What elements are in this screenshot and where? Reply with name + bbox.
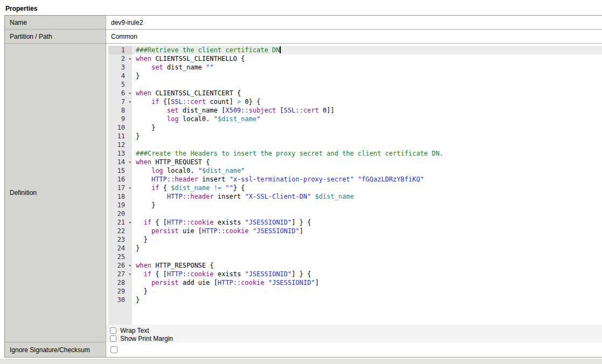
line-number: 4 [108, 72, 132, 80]
code-text[interactable]: } [132, 296, 602, 304]
fold-arrow-icon[interactable]: ▾ [129, 219, 132, 226]
code-text[interactable] [132, 141, 602, 149]
fold-arrow-icon[interactable]: ▾ [129, 98, 132, 106]
ignore-signature-checkbox[interactable] [110, 346, 117, 353]
fold-arrow-icon[interactable]: ▾ [129, 55, 132, 62]
code-line[interactable]: 11} [108, 132, 602, 141]
code-line[interactable]: 14▾when HTTP_REQUEST { [108, 158, 602, 166]
code-line[interactable]: 28 persist add uie [HTTP::cookie "JSESSI… [108, 278, 602, 287]
code-line[interactable]: 13###Create the Headers to insert the pr… [108, 149, 602, 158]
line-number: 29 [108, 287, 132, 296]
line-number: 10 [108, 123, 132, 132]
line-number: 22 [108, 227, 132, 235]
code-text[interactable] [132, 209, 602, 218]
line-number: 30 [108, 296, 132, 304]
fold-arrow-icon[interactable]: ▾ [129, 262, 132, 269]
code-text[interactable]: HTTP::header insert "X-SSL-Client-DN" $d… [132, 192, 602, 201]
line-number: 9 [108, 115, 132, 123]
code-line[interactable]: 3 set dist_name "" [108, 63, 602, 72]
code-line[interactable]: 30} [108, 296, 602, 304]
code-text[interactable]: when HTTP_RESPONSE { [132, 261, 602, 270]
code-line[interactable]: 25 [108, 253, 602, 261]
code-text[interactable]: log local0. "$dist_name" [132, 115, 602, 123]
code-line[interactable]: 2▾when CLIENTSSL_CLIENTHELLO { [108, 54, 602, 63]
code-text[interactable]: if {[SSL::cert count] > 0} { [132, 97, 602, 106]
code-line[interactable]: 10 } [108, 123, 602, 132]
code-line[interactable]: 16 HTTP::header insert "x-ssl-terminatio… [108, 175, 602, 184]
code-text[interactable]: set dist_name [X509::subject [SSL::cert … [132, 106, 602, 115]
code-text[interactable]: if { $dist_name != ""} { [132, 184, 602, 192]
code-text[interactable]: persist uie [HTTP::cookie "JSESSIONID"] [132, 227, 602, 235]
line-number: 14▾ [108, 158, 132, 166]
line-number: 12 [108, 141, 132, 149]
code-text[interactable]: } [132, 201, 602, 209]
code-text[interactable]: } [132, 123, 602, 132]
code-text[interactable]: } [132, 72, 602, 80]
wrap-text-label: Wrap Text [120, 327, 149, 334]
editor-empty-area[interactable] [108, 304, 602, 325]
code-line[interactable]: 7▾ if {[SSL::cert count] > 0} { [108, 97, 602, 106]
editor-lines[interactable]: 1###Retrieve the client certificate DN2▾… [108, 46, 602, 325]
code-line[interactable]: 19 } [108, 201, 602, 209]
code-text[interactable]: } [132, 244, 602, 253]
line-number: 3 [108, 63, 132, 72]
code-line[interactable]: 26▾when HTTP_RESPONSE { [108, 261, 602, 270]
name-value: dev9-irule2 [106, 16, 602, 29]
line-number: 8 [108, 106, 132, 115]
fold-arrow-icon[interactable]: ▾ [129, 184, 132, 192]
page-title: Properties [5, 5, 37, 12]
code-text[interactable] [132, 253, 602, 261]
irule-definition-editor[interactable]: 1###Retrieve the client certificate DN2▾… [106, 44, 602, 325]
fold-arrow-icon[interactable]: ▾ [129, 270, 132, 278]
code-line[interactable]: 29 } [108, 287, 602, 296]
line-number: 5 [108, 80, 132, 89]
show-print-margin-checkbox[interactable] [110, 335, 116, 342]
editor-options: Wrap Text Show Print Margin [106, 325, 602, 342]
code-line[interactable]: 4} [108, 72, 602, 80]
code-text[interactable]: } [132, 132, 602, 141]
code-text[interactable]: } [132, 287, 602, 296]
line-number: 26▾ [108, 261, 132, 270]
code-line[interactable]: 17▾ if { $dist_name != ""} { [108, 184, 602, 192]
code-line[interactable]: 24} [108, 244, 602, 253]
fold-arrow-icon[interactable]: ▾ [129, 158, 132, 166]
line-number: 7▾ [108, 97, 132, 106]
code-text[interactable]: ###Retrieve the client certificate DN [132, 46, 602, 54]
code-text[interactable]: HTTP::header insert "x-ssl-termination-p… [132, 175, 602, 184]
ignore-signature-label: Ignore Signature/Checksum [5, 342, 106, 357]
code-line[interactable]: 18 HTTP::header insert "X-SSL-Client-DN"… [108, 192, 602, 201]
code-line[interactable]: 15 log local0. "$dist_name" [108, 166, 602, 175]
code-text[interactable]: when HTTP_REQUEST { [132, 158, 602, 166]
code-text[interactable]: when CLIENTSSL_CLIENTCERT { [132, 89, 602, 97]
code-line[interactable]: 1###Retrieve the client certificate DN [108, 46, 602, 54]
code-line[interactable]: 20 [108, 209, 602, 218]
line-number: 6▾ [108, 89, 132, 97]
code-line[interactable]: 27▾ if { [HTTP::cookie exists "JSESSIONI… [108, 270, 602, 278]
code-line[interactable]: 23 } [108, 235, 602, 244]
properties-table: Name dev9-irule2 Partition / Path Common… [4, 15, 602, 358]
fold-arrow-icon[interactable]: ▾ [129, 89, 132, 97]
property-row-ignore-signature: Ignore Signature/Checksum [5, 342, 602, 357]
code-text[interactable]: ###Create the Headers to insert the prox… [132, 149, 602, 158]
code-text[interactable]: if { [HTTP::cookie exists "JSESSIONID"] … [132, 270, 602, 278]
code-text[interactable]: } [132, 235, 602, 244]
text-cursor [280, 46, 281, 53]
code-text[interactable]: persist add uie [HTTP::cookie "JSESSIONI… [132, 278, 602, 287]
code-text[interactable] [132, 80, 602, 89]
code-text[interactable]: set dist_name "" [132, 63, 602, 72]
line-number: 16 [108, 175, 132, 184]
code-text[interactable]: when CLIENTSSL_CLIENTHELLO { [132, 54, 602, 63]
line-number: 13 [108, 149, 132, 158]
code-line[interactable]: 12 [108, 141, 602, 149]
code-line[interactable]: 22 persist uie [HTTP::cookie "JSESSIONID… [108, 227, 602, 235]
code-line[interactable]: 9 log local0. "$dist_name" [108, 115, 602, 123]
code-line[interactable]: 5 [108, 80, 602, 89]
code-line[interactable]: 8 set dist_name [X509::subject [SSL::cer… [108, 106, 602, 115]
code-line[interactable]: 21▾ if { [HTTP::cookie exists "JSESSIONI… [108, 218, 602, 227]
code-text[interactable]: log local0. "$dist_name" [132, 166, 602, 175]
line-number: 2▾ [108, 54, 132, 63]
wrap-text-checkbox[interactable] [110, 327, 116, 334]
code-text[interactable]: if { [HTTP::cookie exists "JSESSIONID"] … [132, 218, 602, 227]
code-line[interactable]: 6▾when CLIENTSSL_CLIENTCERT { [108, 89, 602, 97]
line-number: 18 [108, 192, 132, 201]
